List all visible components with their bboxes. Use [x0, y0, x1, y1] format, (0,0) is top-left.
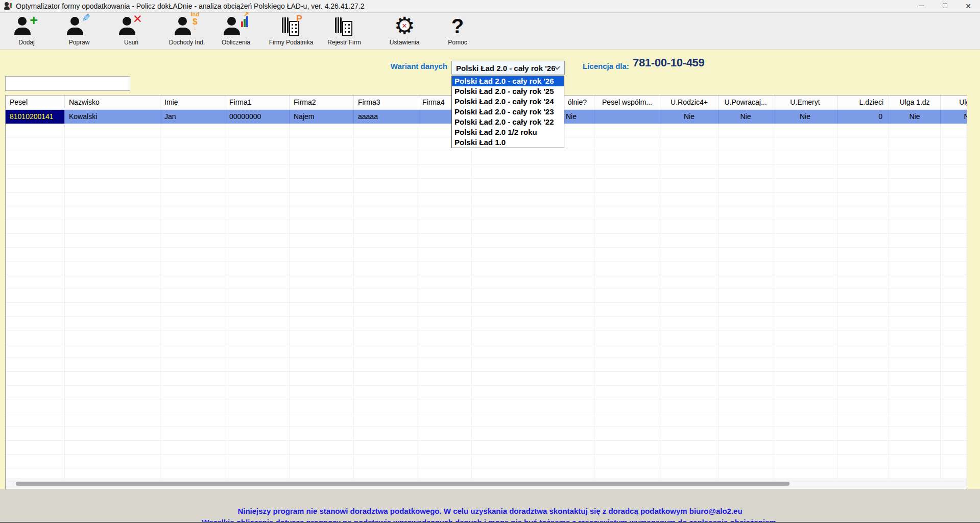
- row-cell-13[interactable]: Nie: [889, 110, 941, 124]
- variant-option-1[interactable]: Polski Ład 2.0 - cały rok '25: [452, 86, 564, 97]
- person-add-icon: +: [14, 15, 39, 38]
- title-bar: Optymalizator formy opodatkowania - Poli…: [0, 0, 980, 12]
- column-header-3[interactable]: Firma1: [225, 96, 290, 110]
- row-cell-0[interactable]: 81010200141: [6, 110, 65, 124]
- footer-disclaimer-line1: Niniejszy program nie stanowi doradztwa …: [0, 507, 980, 515]
- license-value: 781-00-10-459: [633, 56, 704, 69]
- patient-table: PeselNazwiskoImięFirma1Firma2Firma3Firma…: [5, 95, 967, 489]
- app-icon: [4, 2, 12, 10]
- toolbar-label: Dodaj: [18, 39, 34, 46]
- toolbar-label: Pomoc: [448, 39, 467, 46]
- toolbar-label: Popraw: [69, 39, 90, 46]
- grid-column-0: [6, 124, 65, 479]
- grid-column-4: [290, 124, 354, 479]
- toolbar-button-usun[interactable]: ✕ Usuń: [101, 15, 162, 49]
- toolbar-label: Firmy Podatnika: [269, 39, 314, 46]
- variant-option-3[interactable]: Polski Ład 2.0 - cały rok '23: [452, 107, 564, 117]
- variant-option-0[interactable]: Polski Ład 2.0 - cały rok '26: [452, 76, 564, 86]
- gear-tools-icon: ⚙✕: [392, 15, 417, 38]
- grid-column-6: [418, 124, 472, 479]
- row-cell-12[interactable]: 0: [838, 110, 889, 124]
- toolbar-button-ustawienia[interactable]: ⚙✕ Ustawienia: [374, 15, 435, 49]
- person-delete-icon: ✕: [119, 15, 144, 38]
- grid-column-13: [889, 124, 941, 479]
- person-income-icon: Ind$↓: [175, 15, 199, 38]
- column-header-0[interactable]: Pesel: [6, 96, 65, 110]
- toolbar-button-dodaj[interactable]: + Dodaj: [0, 15, 53, 49]
- column-header-13[interactable]: Ulga 1.dz: [889, 96, 941, 110]
- toolbar-label: Obliczenia: [222, 39, 250, 46]
- column-header-4[interactable]: Firma2: [290, 96, 354, 110]
- toolbar: + Dodaj ✎ Popraw ✕ Usuń Ind$↓ Dochody In…: [0, 13, 980, 50]
- row-cell-5[interactable]: aaaaa: [354, 110, 418, 124]
- grid-column-14: [941, 124, 967, 479]
- grid-column-1: [65, 124, 160, 479]
- toolbar-button-rejestr-firm[interactable]: Rejestr Firm: [314, 15, 375, 49]
- grid-column-9: [660, 124, 719, 479]
- person-chart-icon: ↗: [224, 15, 248, 38]
- variant-option-2[interactable]: Polski Ład 2.0 - cały rok '24: [452, 97, 564, 107]
- variant-option-5[interactable]: Polski Ład 2.0 1/2 roku: [452, 127, 564, 137]
- toolbar-button-pomoc[interactable]: ? Pomoc: [427, 15, 488, 49]
- table-grid: [6, 124, 967, 479]
- window-title: Optymalizator formy opodatkowania - Poli…: [16, 2, 364, 10]
- column-header-2[interactable]: Imię: [160, 96, 225, 110]
- variant-dropdown[interactable]: Polski Ład 2.0 - cały rok '26: [451, 61, 565, 75]
- grid-column-5: [354, 124, 418, 479]
- grid-column-10: [719, 124, 773, 479]
- variant-dropdown-list[interactable]: Polski Ład 2.0 - cały rok '26Polski Ład …: [451, 76, 564, 148]
- grid-column-2: [160, 124, 225, 479]
- toolbar-label: Ustawienia: [390, 39, 420, 46]
- row-cell-4[interactable]: Najem: [290, 110, 354, 124]
- variant-option-4[interactable]: Polski Ład 2.0 - cały rok '22: [452, 117, 564, 127]
- column-header-12[interactable]: L.dzieci: [838, 96, 889, 110]
- row-cell-8[interactable]: [594, 110, 660, 124]
- buildings-p-icon: P: [279, 15, 303, 38]
- row-cell-14[interactable]: Nie: [941, 110, 967, 124]
- close-icon: ✕: [965, 3, 971, 10]
- column-header-9[interactable]: U.Rodzic4+: [660, 96, 719, 110]
- row-cell-10[interactable]: Nie: [719, 110, 773, 124]
- horizontal-scrollbar: [6, 479, 967, 489]
- row-cell-3[interactable]: 00000000: [225, 110, 290, 124]
- close-button[interactable]: ✕: [957, 0, 980, 12]
- chevron-down-icon: [554, 64, 560, 69]
- toolbar-label: Rejestr Firm: [327, 39, 361, 46]
- question-mark-icon: ?: [445, 15, 470, 38]
- row-cell-11[interactable]: Nie: [773, 110, 838, 124]
- grid-column-12: [838, 124, 889, 479]
- minimize-icon: [919, 6, 924, 6]
- row-cell-1[interactable]: Kowalski: [65, 110, 160, 124]
- variant-selected-value: Polski Ład 2.0 - cały rok '26: [452, 64, 555, 73]
- license-label: Licencja dla:: [583, 62, 629, 70]
- scrollbar-thumb[interactable]: [16, 482, 790, 486]
- toolbar-button-obliczenia[interactable]: ↗ Obliczenia: [205, 15, 267, 49]
- toolbar-button-firmy-podatnika[interactable]: P Firmy Podatnika: [260, 15, 322, 49]
- minimize-button[interactable]: [910, 0, 933, 12]
- variant-option-6[interactable]: Polski Ład 1.0: [452, 137, 564, 148]
- restore-icon: [943, 4, 947, 8]
- grid-column-8: [594, 124, 660, 479]
- search-input[interactable]: [5, 76, 130, 91]
- toolbar-label: Dochody Ind.: [169, 39, 205, 46]
- column-header-5[interactable]: Firma3: [354, 96, 418, 110]
- toolbar-label: Usuń: [124, 39, 138, 46]
- restore-button[interactable]: [933, 0, 957, 12]
- column-header-8[interactable]: Pesel współm...: [594, 96, 660, 110]
- grid-column-7: [472, 124, 594, 479]
- column-header-11[interactable]: U.Emeryt: [773, 96, 838, 110]
- column-header-14[interactable]: Ulga s: [941, 96, 967, 110]
- grid-column-11: [773, 124, 838, 479]
- row-cell-2[interactable]: Jan: [160, 110, 225, 124]
- variant-label: Wariant danych: [355, 62, 447, 70]
- column-header-1[interactable]: Nazwisko: [65, 96, 160, 110]
- grid-column-3: [225, 124, 290, 479]
- row-cell-9[interactable]: Nie: [660, 110, 719, 124]
- person-edit-icon: ✎: [67, 15, 91, 38]
- column-header-10[interactable]: U.Powracaj...: [719, 96, 773, 110]
- buildings-icon: [332, 15, 356, 38]
